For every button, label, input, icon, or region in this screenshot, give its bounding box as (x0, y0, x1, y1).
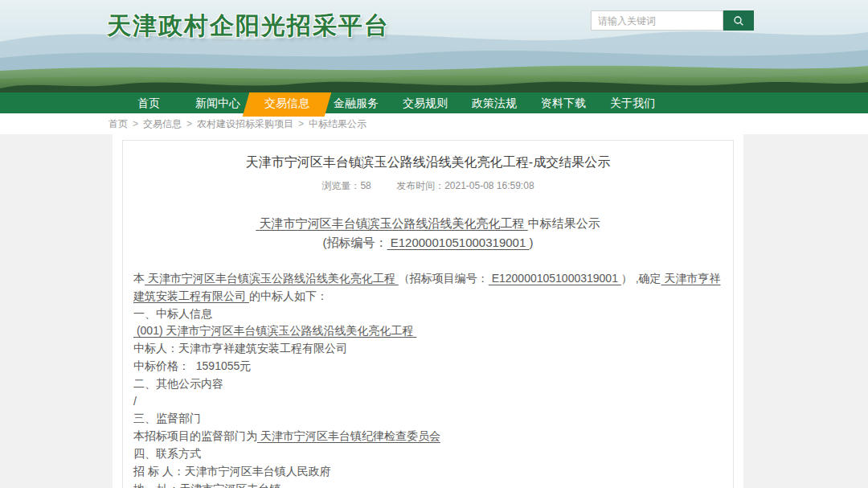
text-run: 一、中标人信息 (133, 307, 212, 320)
article-body: 本 天津市宁河区丰台镇滨玉公路线沿线美化亮化工程 （招标项目编号： E12000… (133, 270, 723, 488)
article-title: 天津市宁河区丰台镇滨玉公路线沿线美化亮化工程-成交结果公示 (133, 154, 723, 171)
text-run: 招 标 人：天津市宁河区丰台镇人民政府 (133, 465, 331, 478)
nav-item-home[interactable]: 首页 (114, 92, 183, 113)
text-run: 本 (133, 272, 145, 285)
header-banner: 天津政村企阳光招采平台 (0, 0, 868, 92)
filled-blank-text: E1200001051000319001 (489, 272, 621, 285)
publish-time: 发布时间：2021-05-08 16:59:08 (396, 180, 534, 191)
search-input[interactable] (591, 10, 723, 31)
breadcrumb-separator: > (186, 118, 192, 129)
text-run: 二、其他公示内容 (133, 377, 223, 390)
text-run: ) (529, 236, 533, 249)
article-line: 地 址：天津市宁河区丰台镇 (133, 481, 723, 488)
nav-item-policies[interactable]: 政策法规 (460, 92, 529, 113)
article-line: 中标人：天津市亨祥建筑安装工程有限公司 (133, 340, 723, 358)
nav-item-label: 交易规则 (403, 96, 448, 109)
nav-item-label: 政策法规 (472, 96, 517, 109)
nav-item-financial-services[interactable]: 金融服务 (321, 92, 391, 113)
article-line: 三、监督部门 (133, 410, 723, 428)
text-run: 四、联系方式 (133, 447, 201, 460)
filled-blank-text: E1200001051000319001 (387, 236, 530, 249)
article-line: 四、联系方式 (133, 445, 723, 463)
search-bar (591, 10, 754, 31)
nav-item-news-center[interactable]: 新闻中心 (183, 92, 252, 113)
text-run: / (133, 395, 137, 408)
text-run: 本招标项目的监督部门为 (133, 429, 257, 442)
text-run: 地 址：天津市宁河区丰台镇 (133, 482, 281, 488)
article-line: / (133, 393, 723, 411)
breadcrumb-item-award-result-announcement[interactable]: 中标结果公示 (309, 118, 366, 129)
content-card: 天津市宁河区丰台镇滨玉公路线沿线美化亮化工程-成交结果公示 浏览量：58 发布时… (113, 134, 743, 488)
article-line: 二、其他公示内容 (133, 375, 723, 393)
nav-item-label: 金融服务 (334, 96, 379, 109)
filled-blank-text: 天津市宁河区丰台镇滨玉公路线沿线美化亮化工程 (256, 216, 527, 230)
nav-item-label: 关于我们 (610, 96, 655, 109)
search-button[interactable] (723, 10, 754, 31)
nav-item-about-us[interactable]: 关于我们 (598, 92, 667, 113)
nav-item-downloads[interactable]: 资料下载 (529, 92, 598, 113)
article-box: 天津市宁河区丰台镇滨玉公路线沿线美化亮化工程-成交结果公示 浏览量：58 发布时… (122, 140, 734, 488)
article-line: 中标价格： 1591055元 (133, 358, 723, 375)
search-icon (732, 14, 745, 27)
text-run: 中标价格： 1591055元 (133, 359, 251, 372)
text-run: ） ,确定 (621, 272, 661, 285)
text-run: 中标结果公示 (528, 216, 600, 230)
filled-blank-text: 天津市宁河区丰台镇滨玉公路线沿线美化亮化工程 (145, 272, 399, 285)
article-line: 一、中标人信息 (133, 306, 723, 323)
breadcrumb-separator: > (133, 118, 138, 129)
breadcrumb: 首页>交易信息>农村建设招标采购项目>中标结果公示 (0, 113, 868, 134)
breadcrumb-item-rural-construction-bidding[interactable]: 农村建设招标采购项目 (197, 118, 293, 129)
article-meta: 浏览量：58 发布时间：2021-05-08 16:59:08 (133, 179, 723, 193)
text-run: （招标项目编号： (399, 272, 489, 285)
nav-item-label: 新闻中心 (195, 96, 240, 109)
text-run: 三、监督部门 (133, 412, 201, 424)
breadcrumb-separator: > (298, 118, 304, 129)
article-line: 本招标项目的监督部门为 天津市宁河区丰台镇纪律检查委员会 (133, 428, 723, 445)
article-line: (招标编号： E1200001051000319001 ) (133, 233, 723, 252)
breadcrumb-item-home[interactable]: 首页 (108, 118, 128, 129)
text-run: (招标编号： (323, 236, 387, 249)
filled-blank-text: 天津市宁河区丰台镇纪律检查委员会 (257, 429, 440, 442)
text-run: 中标人：天津市亨祥建筑安装工程有限公司 (133, 342, 347, 355)
page-body: 天津市宁河区丰台镇滨玉公路线沿线美化亮化工程-成交结果公示 浏览量：58 发布时… (0, 134, 868, 488)
text-run: 的中标人如下： (249, 289, 328, 302)
site-title: 天津政村企阳光招采平台 (107, 10, 390, 43)
nav-item-trade-info[interactable]: 交易信息 (252, 92, 321, 113)
article-line: 天津市宁河区丰台镇滨玉公路线沿线美化亮化工程 中标结果公示 (133, 214, 723, 233)
nav-item-label: 首页 (137, 96, 160, 109)
nav-bar: 首页新闻中心交易信息金融服务交易规则政策法规资料下载关于我们 (0, 92, 868, 113)
nav-item-label: 资料下载 (541, 96, 586, 109)
article-line: (001) 天津市宁河区丰台镇滨玉公路线沿线美化亮化工程 (133, 322, 723, 340)
article-subtitle: 天津市宁河区丰台镇滨玉公路线沿线美化亮化工程 中标结果公示(招标编号： E120… (133, 214, 723, 252)
filled-blank-text: (001) 天津市宁河区丰台镇滨玉公路线沿线美化亮化工程 (133, 324, 416, 337)
nav-item-label: 交易信息 (264, 96, 309, 109)
nav-item-trade-rules[interactable]: 交易规则 (391, 92, 460, 113)
view-count: 浏览量：58 (321, 180, 371, 191)
article-line: 本 天津市宁河区丰台镇滨玉公路线沿线美化亮化工程 （招标项目编号： E12000… (133, 270, 723, 306)
breadcrumb-item-trade-info[interactable]: 交易信息 (143, 118, 182, 129)
article-line: 招 标 人：天津市宁河区丰台镇人民政府 (133, 463, 723, 481)
